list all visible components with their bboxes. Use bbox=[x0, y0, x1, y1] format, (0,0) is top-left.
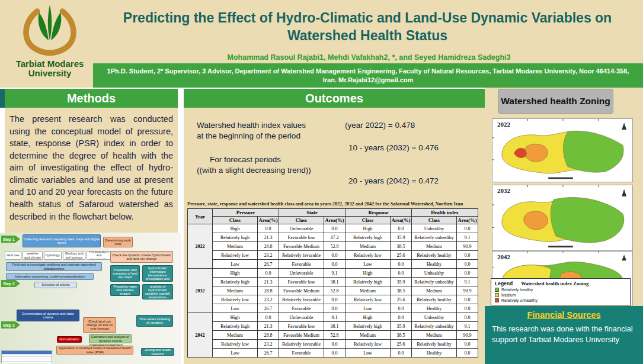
area-cell: 0.0 bbox=[391, 313, 412, 322]
class-cell: Relatively low bbox=[213, 295, 258, 304]
area-cell: 38.5 bbox=[391, 286, 412, 295]
area-cell: 28.8 bbox=[258, 286, 279, 295]
class-cell: Favorable bbox=[279, 304, 324, 313]
area-cell: 0.0 bbox=[391, 349, 412, 357]
flowchart-box: Estimation and analysis of dynamic crite… bbox=[89, 334, 132, 343]
area-cell: 9.1 bbox=[457, 278, 478, 286]
area-cell: 0.0 bbox=[324, 340, 346, 349]
class-cell: Relatively low bbox=[213, 251, 258, 260]
area-cell: 26.7 bbox=[258, 260, 279, 269]
class-cell: Relatively unhealthy bbox=[412, 233, 457, 242]
class-cell: Medium bbox=[346, 286, 391, 295]
area-cell: 25.6 bbox=[391, 340, 412, 349]
area-cell: 0.0 bbox=[391, 260, 412, 269]
area-cell: 0.0 bbox=[457, 295, 478, 304]
table-subheader: Class bbox=[412, 217, 457, 224]
year-cell: 2042 bbox=[188, 313, 213, 357]
affiliation-bar: 1Ph.D. Student, 2* Supervisor, 3 Advisor… bbox=[93, 63, 643, 88]
area-cell: 9.1 bbox=[324, 313, 346, 322]
flowchart-box: Application of localized model of waters… bbox=[56, 346, 133, 355]
class-cell: Medium bbox=[346, 331, 391, 340]
affiliation-text: 1Ph.D. Student, 2* Supervisor, 3 Advisor… bbox=[101, 67, 635, 85]
area-cell: 0.0 bbox=[324, 224, 346, 233]
map-image-icon bbox=[492, 119, 632, 182]
table-row: 2022High0.0Unfavorable0.0High0.0Unhealth… bbox=[188, 224, 478, 233]
legend-swatch-icon bbox=[495, 288, 499, 292]
outcomes-panel: Watershed health index values at the beg… bbox=[184, 108, 485, 364]
table-row: Medium28.8Favorable Medium52.8Medium38.5… bbox=[188, 286, 478, 295]
area-cell: 0.0 bbox=[457, 349, 478, 357]
table-subheader: Area(%) bbox=[324, 217, 346, 224]
outcomes-section-header: Outcomes bbox=[184, 89, 485, 108]
area-cell: 52.8 bbox=[324, 331, 346, 340]
area-cell: 25.6 bbox=[391, 295, 412, 304]
flowchart-box: Collecting data and preparing basic maps… bbox=[23, 234, 101, 247]
area-cell: 0.0 bbox=[324, 260, 346, 269]
area-cell: 23.2 bbox=[258, 251, 279, 260]
area-cell: 9.1 bbox=[324, 269, 346, 278]
map-year-label: 2022 bbox=[497, 121, 510, 128]
legend-swatch-icon bbox=[495, 298, 499, 302]
flowchart-box: Determining work units bbox=[103, 237, 133, 247]
flowchart-box: Check land use change 10 and 20 year for… bbox=[83, 317, 116, 333]
flowchart-box: Preparing maps and satellite images bbox=[110, 284, 140, 296]
class-cell: High bbox=[346, 313, 391, 322]
flowchart-box: Physiography and topography bbox=[87, 251, 111, 260]
class-cell: Relatively healthy bbox=[412, 251, 457, 260]
area-cell: 9.1 bbox=[457, 233, 478, 242]
table-row: Relatively high21.3Favorable low47.2Rela… bbox=[188, 233, 478, 242]
area-cell: 26.7 bbox=[258, 304, 279, 313]
area-cell: 21.3 bbox=[258, 233, 279, 242]
class-cell: Unhealthy bbox=[412, 313, 457, 322]
legend-item: Medium bbox=[495, 293, 626, 297]
area-cell: 0.0 bbox=[324, 304, 346, 313]
area-cell: 9.1 bbox=[457, 322, 478, 331]
table-subheader: Area(%) bbox=[391, 217, 412, 224]
class-cell: Favorable Medium bbox=[279, 331, 324, 340]
table-row: Relatively high21.3Favorable low38.1Rela… bbox=[188, 322, 478, 331]
class-cell: Medium bbox=[213, 331, 258, 340]
poster-title: Predicting the Effect of Hydro-Climatic … bbox=[95, 9, 640, 45]
university-emblem-icon bbox=[17, 2, 83, 59]
table-header: Response bbox=[346, 209, 412, 217]
area-cell: 52.8 bbox=[324, 286, 346, 295]
area-cell: 0.0 bbox=[258, 224, 279, 233]
class-cell: Relatively unhealthy bbox=[412, 278, 457, 286]
outcomes-line2: at the beginning of the period bbox=[197, 131, 300, 140]
class-cell: Relatively high bbox=[346, 322, 391, 331]
area-cell: 35.9 bbox=[391, 322, 412, 331]
area-cell: 23.2 bbox=[258, 340, 279, 349]
class-cell: Low bbox=[346, 260, 391, 269]
class-cell: Medium bbox=[346, 242, 391, 251]
table-row: Relatively low23.2Relatively favorable0.… bbox=[188, 251, 478, 260]
area-cell: 0.0 bbox=[324, 295, 346, 304]
area-cell: 90.9 bbox=[457, 286, 478, 295]
table-row: Low26.7Favorable0.0Low0.0Healthy0.0 bbox=[188, 260, 478, 269]
flowchart-box: Check the dynamic criteria Hydroclimatic… bbox=[110, 251, 173, 263]
flowchart-box: Determination of dynamic and static crit… bbox=[17, 310, 79, 321]
class-cell: Relatively unhealthy bbox=[412, 322, 457, 331]
class-cell: Favorable bbox=[279, 349, 324, 357]
class-cell: High bbox=[213, 224, 258, 233]
outcomes-line4: ((with a slight decreasing trend)) bbox=[197, 166, 311, 175]
class-cell: Low bbox=[346, 304, 391, 313]
flowchart-step-label: Step 3 bbox=[1, 321, 20, 328]
university-name-line1: Tarbiat Modares bbox=[16, 59, 84, 69]
area-cell: 0.0 bbox=[391, 304, 412, 313]
psr-table-headrow1: YearPressureStateResponseHealth index bbox=[188, 209, 478, 217]
methods-panel: The present research was conducted using… bbox=[5, 108, 178, 233]
class-cell: Relatively high bbox=[213, 233, 258, 242]
area-cell: 0.0 bbox=[457, 313, 478, 322]
outcomes-line3: For forecast periods bbox=[210, 155, 281, 164]
area-cell: 38.1 bbox=[324, 278, 346, 286]
class-cell: Medium bbox=[412, 331, 457, 340]
class-cell: Favorable Medium bbox=[279, 242, 324, 251]
area-cell: 0.0 bbox=[258, 313, 279, 322]
area-cell: 0.0 bbox=[258, 269, 279, 278]
area-cell: 0.0 bbox=[457, 269, 478, 278]
flowchart-box: Preparation and extraction of land use m… bbox=[110, 265, 140, 282]
class-cell: Favorable bbox=[279, 260, 324, 269]
year-cell: 2032 bbox=[188, 269, 213, 313]
flowchart: Collecting data and preparing basic maps… bbox=[0, 233, 181, 364]
flowchart-step-label: Step 2 bbox=[1, 280, 20, 287]
